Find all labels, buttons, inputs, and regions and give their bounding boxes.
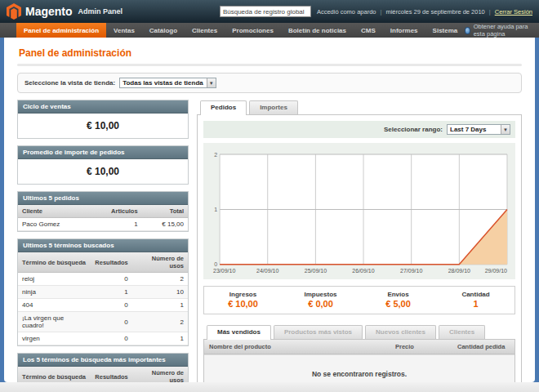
separator: | <box>489 8 491 16</box>
stat-value: 1 <box>437 299 514 309</box>
column-header: Resultados <box>91 367 131 382</box>
chevron-down-icon: ▼ <box>501 125 510 134</box>
totals-row: Ingresos € 10,00 Impuestos € 0,00 Envíos… <box>203 286 515 314</box>
lifetime-sales-card: Ciclo de ventas € 10,00 <box>17 100 189 139</box>
table-row[interactable]: 40401 <box>18 299 188 312</box>
nav-item-sistema[interactable]: Sistema <box>425 23 466 38</box>
dashboard-left-column: Ciclo de ventas € 10,00 Promedio de impo… <box>17 100 189 382</box>
nav-item-dashboard[interactable]: Panel de administración <box>16 23 106 38</box>
store-view-select[interactable]: Todas las vistas de tienda ▼ <box>119 78 216 88</box>
table-cell: 1 <box>91 286 131 299</box>
chart-tabs: Pedidos Importes <box>197 100 522 114</box>
table-cell: 2 <box>132 312 188 332</box>
stat-value: € 10,00 <box>204 299 282 309</box>
table-cell: 0 <box>91 312 131 332</box>
column-header: Número de usos <box>132 367 188 382</box>
main-nav: Panel de administración Ventas Catálogo … <box>0 23 539 38</box>
nav-item-ventas[interactable]: Ventas <box>106 23 142 38</box>
nav-item-boletin[interactable]: Boletín de noticias <box>281 23 354 38</box>
svg-text:28/09/10: 28/09/10 <box>448 268 470 274</box>
logout-link[interactable]: Cerrar Sesión <box>495 8 532 16</box>
store-view-label: Seleccione la vista de tienda: <box>24 79 115 87</box>
logo-subtitle: Admin Panel <box>78 7 123 16</box>
range-select[interactable]: Last 7 Days ▼ <box>447 124 510 135</box>
column-header: Término de búsqueda <box>18 252 91 273</box>
table-row[interactable]: Paco Gomez1€ 15,00 <box>18 218 188 231</box>
table-row[interactable]: ninja110 <box>18 286 188 299</box>
column-header: Número de usos <box>132 252 188 273</box>
logged-in-as: Accedió como apardo <box>317 8 376 16</box>
stat-label: Cantidad <box>437 291 514 298</box>
svg-text:0: 0 <box>214 261 217 267</box>
column-header: Articulos <box>88 205 141 218</box>
column-header: Cantidad pedida <box>452 340 514 354</box>
stat-value: € 0,00 <box>282 299 359 309</box>
table-cell: reloj <box>18 273 91 286</box>
header-bar: Magento Admin Panel Accedió como apardo … <box>0 0 539 23</box>
logo-text: Magento <box>25 5 73 18</box>
column-header: Cliente <box>18 205 88 218</box>
orders-chart: 01223/09/1024/09/1025/09/1026/09/1027/09… <box>203 143 515 279</box>
magento-logo-icon <box>7 3 21 20</box>
separator: | <box>380 8 381 16</box>
chart-panel: Seleccionar rango: Last 7 Days ▼ 01223/0… <box>197 114 522 382</box>
tab-importes[interactable]: Importes <box>249 100 298 115</box>
table-cell: 404 <box>18 299 91 312</box>
empty-records-message: No se encontraron registros. <box>204 354 514 382</box>
store-view-bar: Seleccione la vista de tienda: Todas las… <box>17 73 522 93</box>
nav-item-clientes[interactable]: Clientes <box>185 23 225 38</box>
svg-text:1: 1 <box>214 207 217 212</box>
nav-item-cms[interactable]: CMS <box>354 23 383 38</box>
help-globe-icon <box>465 27 470 34</box>
svg-text:23/09/10: 23/09/10 <box>213 268 235 274</box>
table-row[interactable]: ¡La virgen que cuadro!02 <box>18 312 188 332</box>
last-search-terms-table: Término de búsqueda Resultados Número de… <box>18 252 188 345</box>
table-row[interactable]: virgen01 <box>18 332 188 345</box>
stat-ingresos: Ingresos € 10,00 <box>204 291 282 309</box>
svg-text:27/09/10: 27/09/10 <box>400 268 422 274</box>
global-search-input[interactable] <box>220 6 311 17</box>
card-title: Ultimos 5 términos buscados <box>18 239 188 252</box>
store-view-value: Todas las vistas de tienda <box>122 79 203 87</box>
help-link-label: Obtener ayuda para esta página <box>474 23 529 38</box>
average-orders-value: € 10,00 <box>18 159 188 184</box>
column-header: Término de búsqueda <box>18 367 91 382</box>
nav-item-promociones[interactable]: Promociones <box>225 23 281 38</box>
top-search-terms-card: Los 5 términos de búsqueda más important… <box>17 353 189 382</box>
stat-impuestos: Impuestos € 0,00 <box>282 291 359 309</box>
nav-item-catalogo[interactable]: Catálogo <box>142 23 185 38</box>
bestsellers-panel: Nombre del producto Precio Cantidad pedi… <box>203 339 515 382</box>
footer-strip <box>0 382 539 392</box>
nav-item-informes[interactable]: Informes <box>383 23 425 38</box>
table-row[interactable]: reloj02 <box>18 273 188 286</box>
chevron-down-icon: ▼ <box>207 78 216 87</box>
stat-label: Impuestos <box>282 291 359 298</box>
table-cell: ninja <box>18 286 91 299</box>
help-link[interactable]: Obtener ayuda para esta página <box>465 23 539 38</box>
tab-mas-vendidos[interactable]: Más vendidos <box>207 325 271 340</box>
title-divider <box>17 64 522 66</box>
tab-nuevos-clientes: Nuevos clientes <box>365 325 436 340</box>
svg-text:24/09/10: 24/09/10 <box>256 268 278 274</box>
table-cell: 0 <box>91 273 131 286</box>
svg-text:25/09/10: 25/09/10 <box>305 268 327 274</box>
magento-logo: Magento Admin Panel <box>7 3 122 20</box>
column-header: Nombre del producto <box>204 340 390 354</box>
last-orders-card: Ultimos 5 pedidos Cliente Articulos Tota… <box>17 191 189 232</box>
column-header: Resultados <box>91 252 131 273</box>
average-orders-card: Promedio de importe de pedidos € 10,00 <box>17 145 189 185</box>
svg-text:2: 2 <box>214 152 217 158</box>
tab-clientes: Clientes <box>439 325 485 340</box>
bestsellers-table: Nombre del producto Precio Cantidad pedi… <box>204 340 514 354</box>
stat-label: Ingresos <box>204 291 282 298</box>
table-cell: 1 <box>132 332 188 345</box>
table-cell: Paco Gomez <box>18 218 88 231</box>
page-title: Panel de administración <box>17 46 522 64</box>
card-title: Los 5 términos de búsqueda más important… <box>18 354 188 367</box>
stat-value: € 5,00 <box>359 299 437 309</box>
dashboard-right-column: Pedidos Importes Seleccionar rango: Last… <box>197 100 522 382</box>
card-title: Promedio de importe de pedidos <box>18 146 188 159</box>
current-date: miércoles 29 de septiembre de 2010 <box>385 8 484 16</box>
tab-pedidos[interactable]: Pedidos <box>200 100 247 115</box>
svg-text:26/09/10: 26/09/10 <box>352 268 374 274</box>
